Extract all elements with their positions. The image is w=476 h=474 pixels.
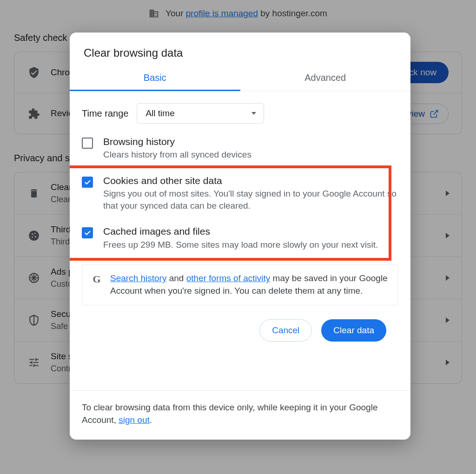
time-range-label: Time range (82, 108, 128, 119)
other-activity-link[interactable]: other forms of activity (186, 273, 271, 283)
checkbox-cache[interactable] (82, 227, 93, 238)
dialog-tabs: Basic Advanced (70, 66, 410, 91)
option-browsing-history[interactable]: Browsing history Clears history from all… (82, 133, 398, 172)
sign-out-link[interactable]: sign out (119, 415, 150, 425)
clear-browsing-data-dialog: Clear browsing data Basic Advanced Time … (70, 33, 410, 440)
search-history-link[interactable]: Search history (110, 273, 166, 283)
dialog-title: Clear browsing data (70, 33, 410, 66)
tab-advanced[interactable]: Advanced (240, 66, 411, 91)
dialog-actions: Cancel Clear data (82, 305, 398, 347)
time-range-select[interactable]: All time (137, 103, 264, 124)
checkbox-cookies[interactable] (82, 177, 93, 188)
cancel-button[interactable]: Cancel (259, 319, 312, 342)
option-cache[interactable]: Cached images and files Frees up 299 MB.… (82, 223, 398, 262)
dialog-body: Time range All time Browsing history Cle… (70, 91, 410, 390)
google-g-icon: G (91, 273, 103, 285)
dialog-footer: To clear browsing data from this device … (70, 390, 410, 440)
time-range-row: Time range All time (82, 98, 398, 133)
time-range-value: All time (145, 108, 174, 118)
clear-data-button[interactable]: Clear data (321, 319, 386, 342)
option-cookies[interactable]: Cookies and other site data Signs you ou… (82, 172, 398, 223)
caret-down-icon (251, 112, 256, 115)
tab-basic[interactable]: Basic (70, 66, 240, 91)
google-account-info: G Search history and other forms of acti… (82, 264, 398, 305)
checkbox-browsing-history[interactable] (82, 138, 93, 149)
